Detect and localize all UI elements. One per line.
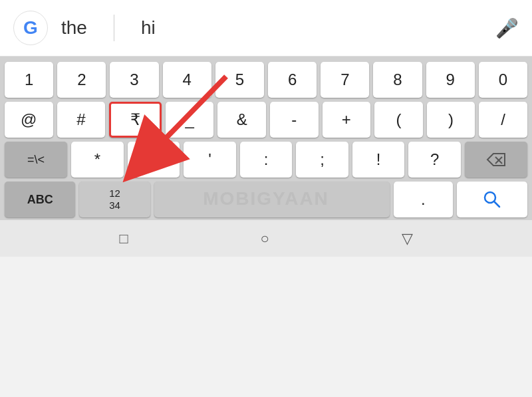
key-asterisk[interactable]: * [71,142,124,178]
key-quote[interactable]: " [128,142,180,178]
key-numbers-switch[interactable]: 12 34 [79,182,150,217]
key-8[interactable]: 8 [373,62,422,98]
key-minus[interactable]: - [270,102,319,138]
action-row: ABC 12 34 . [3,182,529,217]
google-logo: G [13,11,48,45]
key-search[interactable] [457,182,527,217]
key-apostrophe[interactable]: ' [184,142,236,178]
backspace-icon [486,152,506,167]
key-5[interactable]: 5 [215,62,264,98]
key-2[interactable]: 2 [57,62,106,98]
key-4[interactable]: 4 [163,62,211,98]
key-exclaim[interactable]: ! [352,142,405,178]
key-space[interactable] [154,182,390,217]
mic-icon[interactable]: 🎤 [495,17,519,39]
key-special-chars[interactable]: =\< [5,142,67,178]
key-7[interactable]: 7 [321,62,369,98]
key-1[interactable]: 1 [5,62,53,98]
key-open-paren[interactable]: ( [374,102,423,138]
number-row: 1 2 3 4 5 6 7 8 9 0 [3,62,529,98]
search-icon [483,190,501,209]
key-close-paren[interactable]: ) [427,102,475,138]
suggestion-hi[interactable]: hi [141,17,156,39]
key-question[interactable]: ? [408,142,461,178]
key-hash[interactable]: # [57,102,106,138]
keyboard: 1 2 3 4 5 6 7 8 9 0 @ # ₹ _ & - + ( ) / … [0,57,532,220]
key-ampersand[interactable]: & [217,102,266,138]
suggestion-the[interactable]: the [61,17,87,39]
key-backspace[interactable] [465,142,527,178]
symbol-row: @ # ₹ _ & - + ( ) / [3,102,529,138]
key-underscore[interactable]: _ [166,102,214,138]
key-6[interactable]: 6 [268,62,317,98]
key-period[interactable]: . [394,182,453,217]
key-9[interactable]: 9 [426,62,475,98]
nav-circle[interactable]: ○ [260,230,269,247]
suggestion-area: the hi [48,15,495,41]
key-abc[interactable]: ABC [5,182,75,217]
key-slash[interactable]: / [479,102,527,138]
key-0[interactable]: 0 [479,62,527,98]
key-semicolon[interactable]: ; [296,142,348,178]
suggestion-divider [114,15,114,41]
nav-square[interactable]: □ [119,230,128,247]
key-3[interactable]: 3 [110,62,158,98]
key-colon[interactable]: : [240,142,293,178]
key-at[interactable]: @ [5,102,53,138]
more-symbols-row: =\< * " ' : ; ! ? [3,142,529,178]
key-rupee[interactable]: ₹ [109,102,162,138]
suggestion-bar: G the hi 🎤 [0,0,532,57]
svg-line-5 [494,201,499,207]
key-plus[interactable]: + [323,102,371,138]
nav-bar: □ ○ ▽ [0,220,532,257]
nav-triangle[interactable]: ▽ [402,230,413,247]
